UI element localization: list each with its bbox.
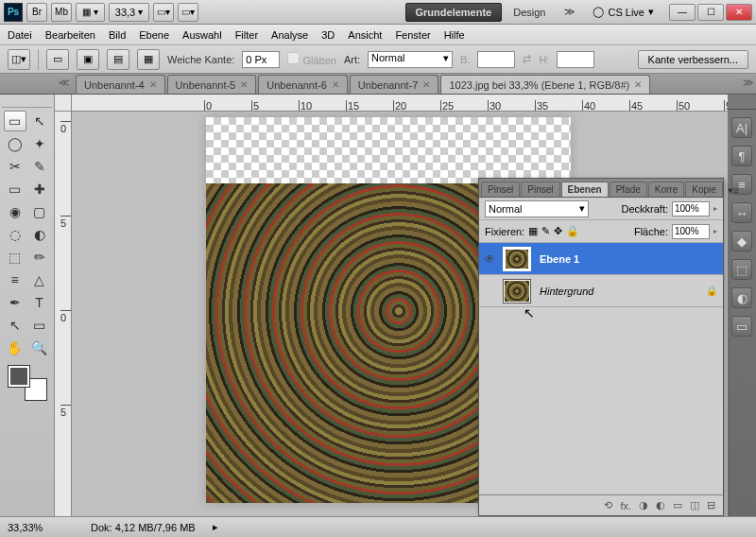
panel-tab-pfade[interactable]: Pfade (610, 182, 647, 197)
layer-action-icon[interactable]: ⊟ (707, 499, 715, 511)
tools-header[interactable] (2, 98, 52, 108)
tool-button[interactable]: ▢ (28, 201, 51, 222)
selection-sub[interactable]: ▤ (107, 49, 129, 70)
style-select[interactable]: Normal ▾ (368, 51, 453, 68)
status-docsize[interactable]: Dok: 4,12 MB/7,96 MB (91, 522, 196, 533)
close-tab-icon[interactable]: ✕ (332, 79, 339, 90)
ruler-origin[interactable] (55, 95, 72, 112)
visibility-icon[interactable]: 👁 (479, 252, 500, 266)
layer-action-icon[interactable]: ◫ (690, 499, 699, 511)
menu-ebene[interactable]: Ebene (139, 29, 169, 41)
menu-filter[interactable]: Filter (235, 29, 258, 41)
document-tab[interactable]: Unbenannt-5✕ (167, 75, 257, 94)
opacity-input[interactable] (672, 201, 710, 217)
tool-button[interactable]: ✂ (4, 156, 26, 177)
panel-menu-icon[interactable]: ▾≡ (724, 184, 743, 197)
document-tab[interactable]: 1023.jpg bei 33,3% (Ebene 1, RGB/8#)✕ (440, 75, 650, 94)
dock-icon[interactable]: ⬚ (731, 259, 752, 280)
status-arrow[interactable]: ▸ (213, 521, 218, 533)
menu-ansicht[interactable]: Ansicht (348, 29, 382, 41)
minibridge-button[interactable]: Mb (51, 3, 72, 22)
dock-icon[interactable]: ▭ (731, 316, 752, 337)
layer-action-icon[interactable]: ◑ (639, 499, 648, 511)
ruler-vertical[interactable]: 0505 (55, 112, 72, 516)
close-tab-icon[interactable]: ✕ (240, 79, 248, 90)
dock-icon[interactable]: ¶ (731, 146, 752, 166)
lock-pixels-icon[interactable]: ✎ (541, 225, 550, 237)
bridge-button[interactable]: Br (26, 3, 47, 22)
tool-button[interactable]: ↖ (4, 315, 26, 336)
selection-new[interactable]: ▭ (46, 49, 69, 70)
window-minimize[interactable]: — (669, 4, 696, 21)
tabs-scroll-right[interactable]: ≫ (743, 77, 754, 89)
tool-button[interactable]: T (28, 292, 51, 313)
lock-transparency-icon[interactable]: ▦ (528, 225, 538, 237)
window-maximize[interactable]: ☐ (697, 4, 724, 21)
layer-row[interactable]: 👁Ebene 1 (479, 243, 723, 275)
workspace-primary[interactable]: Grundelemente (405, 3, 503, 22)
panel-tab-pinsel[interactable]: Pinsel (481, 182, 520, 197)
tool-button[interactable]: ◌ (4, 224, 26, 245)
viewmode-dropdown[interactable]: ▦ ▾ (76, 3, 105, 22)
menu-hilfe[interactable]: Hilfe (444, 29, 465, 41)
fill-input[interactable] (672, 224, 710, 239)
close-tab-icon[interactable]: ✕ (422, 79, 430, 90)
tool-button[interactable]: ≡ (4, 269, 26, 290)
layer-row[interactable]: Hintergrund🔒 (479, 275, 723, 307)
tool-button[interactable]: ✎ (28, 156, 51, 177)
panel-tab-kopie[interactable]: Kopie (685, 182, 723, 197)
workspace-more[interactable]: ≫ (557, 3, 583, 21)
dock-icon[interactable]: A| (731, 117, 752, 138)
tool-preset-icon[interactable]: ◫▾ (8, 49, 30, 70)
menu-datei[interactable]: Datei (8, 29, 32, 41)
tool-button[interactable]: ▭ (28, 315, 51, 336)
tool-button[interactable]: ✦ (28, 133, 51, 154)
menu-fenster[interactable]: Fenster (395, 29, 430, 41)
menu-bild[interactable]: Bild (109, 29, 126, 41)
layer-action-icon[interactable]: fx. (620, 500, 631, 511)
document-tab[interactable]: Unbenannt-7✕ (350, 75, 439, 94)
selection-int[interactable]: ▦ (137, 49, 160, 70)
tabs-scroll-left[interactable]: ≪ (59, 77, 70, 89)
panel-tab-ebenen[interactable]: Ebenen (561, 182, 609, 197)
menu-3d[interactable]: 3D (321, 29, 335, 41)
tool-button[interactable]: 🔍 (28, 338, 51, 358)
feather-input[interactable] (242, 51, 280, 68)
document-tab[interactable]: Unbenannt-6✕ (258, 75, 348, 94)
layer-action-icon[interactable]: ⟲ (604, 499, 612, 511)
menu-auswahl[interactable]: Auswahl (182, 29, 222, 41)
window-close[interactable]: ✕ (726, 4, 752, 21)
color-swatch[interactable] (9, 366, 46, 400)
tool-button[interactable]: ✋ (4, 338, 26, 358)
lock-position-icon[interactable]: ✥ (554, 225, 562, 237)
dock-icon[interactable]: ◐ (731, 287, 752, 308)
cslive-button[interactable]: ◯ CS Live ▾ (587, 6, 660, 18)
dock-header[interactable] (728, 100, 756, 110)
screenmode-button[interactable]: ▭▾ (178, 3, 198, 22)
fill-arrow[interactable]: ▸ (713, 227, 717, 235)
panel-tab-pinsel[interactable]: Pinsel (521, 182, 559, 197)
tool-button[interactable]: ✒ (4, 292, 26, 313)
layer-thumbnail[interactable] (503, 279, 531, 303)
dock-icon[interactable]: ↔ (731, 202, 752, 223)
tool-button[interactable]: ✚ (28, 179, 51, 199)
tool-button[interactable]: △ (28, 269, 51, 290)
selection-add[interactable]: ▣ (77, 49, 99, 70)
close-tab-icon[interactable]: ✕ (149, 79, 157, 90)
tool-button[interactable]: ◐ (28, 224, 51, 245)
tool-button[interactable]: ↖ (28, 111, 51, 131)
tool-button[interactable]: ◉ (4, 201, 26, 222)
opacity-arrow[interactable]: ▸ (713, 204, 717, 213)
layer-name[interactable]: Hintergrund (534, 286, 706, 297)
dock-icon[interactable]: ◆ (731, 231, 752, 251)
layer-thumbnail[interactable] (503, 247, 531, 271)
refine-edge-button[interactable]: Kante verbessern... (638, 50, 748, 69)
panel-tab-korre[interactable]: Korre (648, 182, 684, 197)
lock-all-icon[interactable]: 🔒 (566, 225, 579, 237)
foreground-color[interactable] (9, 366, 29, 387)
layer-action-icon[interactable]: ◐ (656, 499, 665, 511)
tool-button[interactable]: ◯ (4, 133, 26, 154)
tool-button[interactable]: ▭ (4, 111, 26, 131)
tool-button[interactable]: ✏ (28, 247, 51, 268)
layer-action-icon[interactable]: ▭ (673, 499, 682, 511)
